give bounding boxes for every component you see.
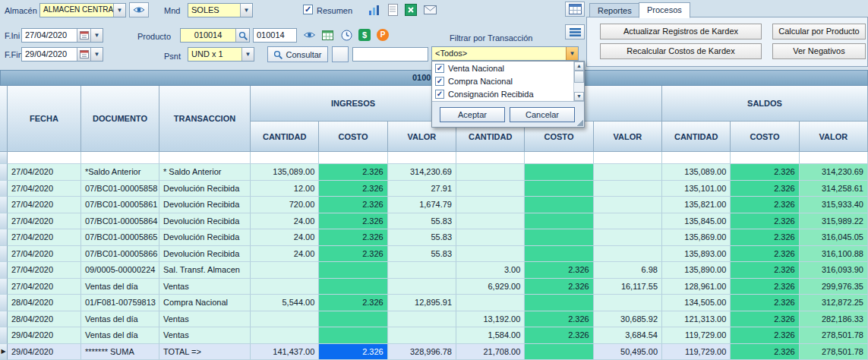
report-button[interactable] (386, 3, 399, 17)
cell-sal-cantidad[interactable] (456, 229, 525, 246)
header-cantidad[interactable]: CANTIDAD (662, 122, 731, 152)
cell-ing-valor[interactable] (388, 311, 456, 328)
cell-sal-costo[interactable] (525, 164, 593, 181)
scrollbar-thumb[interactable] (574, 71, 584, 83)
row-selector[interactable]: ▶ (0, 344, 8, 360)
cell-sal-cantidad[interactable]: 13,192.00 (456, 311, 525, 328)
cell-fecha[interactable]: 29/04/2020 (8, 344, 81, 360)
cell-sald-cantidad[interactable]: 135,890.00 (662, 262, 731, 279)
cell-sald-cantidad[interactable] (662, 152, 731, 164)
row-selector[interactable] (0, 279, 8, 295)
row-selector[interactable] (0, 327, 8, 344)
table-row[interactable]: 29/04/2020Ventas del díaVentas1,584.002.… (0, 327, 868, 344)
cell-sal-cantidad[interactable] (456, 152, 525, 164)
cell-ing-costo[interactable] (319, 327, 387, 344)
calcular-producto-button[interactable]: Calcular por Producto (772, 24, 866, 39)
cell-fecha[interactable] (8, 152, 81, 164)
cell-fecha[interactable]: 29/04/2020 (8, 327, 81, 344)
cell-transaccion[interactable]: Sal. Transf. Almacen (159, 262, 251, 279)
header-valor[interactable]: VALOR (594, 122, 662, 152)
view-almacen-button[interactable] (129, 2, 149, 17)
cell-transaccion[interactable]: Devolución Recibida (159, 213, 251, 230)
p-badge-button[interactable]: P (376, 28, 390, 42)
cell-ing-cantidad[interactable]: 135,089.00 (251, 164, 319, 181)
cell-sald-valor[interactable]: 278,501.78 (800, 344, 868, 360)
cell-documento[interactable]: 07/BC01-00005858 (81, 181, 159, 197)
checkbox-icon[interactable]: ✓ (435, 90, 444, 99)
cell-sald-costo[interactable]: 2.326 (731, 311, 799, 328)
cell-sald-cantidad[interactable]: 135,845.00 (662, 213, 731, 230)
cell-fecha[interactable]: 27/04/2020 (8, 229, 81, 246)
cell-sald-cantidad[interactable]: 135,821.00 (662, 197, 731, 213)
table-row[interactable]: 27/04/2020*Saldo Anterior* Saldo Anterio… (0, 164, 868, 181)
export-excel-button[interactable] (403, 3, 418, 17)
blank-tool-button[interactable] (332, 46, 349, 62)
cell-ing-valor[interactable] (388, 262, 456, 279)
cell-ing-costo[interactable]: 2.326 (319, 229, 387, 246)
product-sheet-button[interactable] (320, 29, 334, 41)
cell-ing-cantidad[interactable] (251, 279, 319, 295)
cell-transaccion[interactable]: Devolución Recibida (159, 181, 251, 197)
cell-sald-costo[interactable]: 2.326 (731, 279, 799, 295)
cell-sal-valor[interactable]: 30,685.92 (594, 311, 662, 328)
cell-ing-cantidad[interactable] (251, 152, 319, 164)
aceptar-button[interactable]: Aceptar (440, 107, 505, 122)
cell-sal-costo[interactable]: 2.326 (525, 262, 593, 279)
row-selector[interactable] (0, 229, 8, 246)
cell-sald-valor[interactable] (800, 152, 868, 164)
cell-sal-costo[interactable]: 2.326 (525, 327, 593, 344)
consultar-button[interactable]: Consultar (267, 46, 328, 62)
cell-sald-cantidad[interactable]: 135,869.00 (662, 229, 731, 246)
cell-sal-valor[interactable] (594, 181, 662, 197)
cell-sald-costo[interactable]: 2.326 (731, 295, 799, 311)
cell-transaccion[interactable]: * Saldo Anterior (159, 164, 251, 181)
cell-fecha[interactable]: 27/04/2020 (8, 197, 81, 213)
header-fecha[interactable]: FECHA (8, 86, 81, 152)
cell-documento[interactable]: 09/0005-00000224 (81, 262, 159, 279)
chevron-down-icon[interactable]: ▼ (113, 4, 125, 17)
cell-ing-costo[interactable] (319, 279, 387, 295)
grid-view-button[interactable] (565, 2, 585, 17)
checkbox-icon[interactable]: ✓ (435, 77, 444, 86)
cell-sal-costo[interactable] (525, 197, 593, 213)
cell-sald-costo[interactable]: 2.326 (731, 229, 799, 246)
cell-ing-valor[interactable] (388, 152, 456, 164)
cell-transaccion[interactable]: Ventas (159, 327, 251, 344)
cell-sal-cantidad[interactable] (456, 213, 525, 230)
scrollbar[interactable]: ▲ ▼ (573, 62, 584, 101)
row-selector[interactable] (0, 213, 8, 230)
cell-documento[interactable]: 07/BC01-00005861 (81, 197, 159, 213)
cell-sal-valor[interactable] (594, 197, 662, 213)
cell-documento[interactable]: 01/F081-00759813 (81, 295, 159, 311)
cell-ing-valor[interactable] (388, 327, 456, 344)
cell-sal-costo[interactable] (525, 344, 593, 360)
row-selector[interactable] (0, 262, 8, 279)
cell-ing-valor[interactable]: 27.91 (388, 181, 456, 197)
cell-ing-cantidad[interactable] (251, 262, 319, 279)
cell-documento[interactable]: Ventas del día (81, 279, 159, 295)
cell-documento[interactable]: Ventas del día (81, 327, 159, 344)
cell-ing-valor[interactable]: 55.83 (388, 229, 456, 246)
cell-sald-cantidad[interactable]: 135,101.00 (662, 181, 731, 197)
cell-sal-costo[interactable] (525, 295, 593, 311)
cell-sald-costo[interactable]: 2.326 (731, 197, 799, 213)
cell-ing-costo[interactable]: 2.326 (319, 213, 387, 230)
cell-sal-valor[interactable]: 3,684.54 (594, 327, 662, 344)
cell-sal-valor[interactable] (594, 246, 662, 263)
cell-sal-costo[interactable] (525, 246, 593, 263)
cell-sal-valor[interactable] (594, 213, 662, 230)
chevron-down-icon[interactable]: ▼ (240, 4, 252, 17)
cell-ing-cantidad[interactable] (251, 311, 319, 328)
cell-ing-valor[interactable]: 328,996.78 (388, 344, 456, 360)
moneda-combo[interactable]: SOLES ▼ (188, 3, 253, 17)
tab-reportes[interactable]: Reportes (589, 3, 640, 17)
cell-sald-valor[interactable]: 316,100.88 (800, 246, 868, 263)
cell-sald-costo[interactable]: 2.326 (731, 164, 799, 181)
header-costo[interactable]: COSTO (731, 122, 799, 152)
cell-fecha[interactable]: 27/04/2020 (8, 164, 81, 181)
cell-sald-costo[interactable]: 2.326 (731, 213, 799, 230)
row-selector[interactable] (0, 197, 8, 213)
cell-sal-valor[interactable]: 16,117.55 (594, 279, 662, 295)
producto-code-input[interactable]: 010014 (253, 28, 297, 43)
cell-sald-cantidad[interactable]: 135,893.00 (662, 246, 731, 263)
